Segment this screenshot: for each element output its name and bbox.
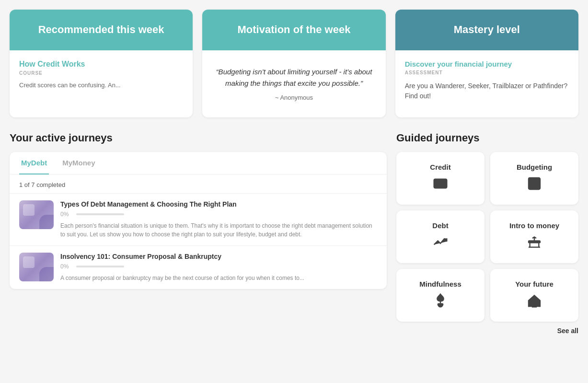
mastery-description: Are you a Wanderer, Seeker, Trailblazer … — [405, 81, 569, 101]
motivation-quote: “Budgeting isn’t about limiting yourself… — [212, 66, 376, 89]
guided-label-credit: Credit — [430, 163, 450, 171]
guided-journeys-grid: Credit Budgeting — [396, 152, 578, 322]
guided-label-mindfulness: Mindfulness — [419, 280, 461, 288]
guided-label-intro-money: Intro to money — [509, 221, 559, 230]
guided-label-your-future: Your future — [515, 280, 553, 288]
progress-row: 0% — [60, 263, 377, 270]
progress-row: 0% — [60, 211, 377, 218]
progress-percent: 0% — [60, 263, 72, 270]
active-journeys-card: MyDebt MyMoney 1 of 7 completed Types Of… — [10, 152, 387, 289]
svg-point-4 — [532, 182, 536, 186]
journey-content: Insolvency 101: Consumer Proposal & Bank… — [60, 253, 377, 282]
journey-item[interactable]: Types Of Debt Management & Choosing The … — [10, 193, 387, 245]
journey-thumbnail — [19, 200, 54, 229]
guided-card-mindfulness[interactable]: Mindfulness — [396, 269, 484, 322]
mastery-badge: ASSESSMENT — [405, 70, 569, 75]
journey-content: Types Of Debt Management & Choosing The … — [60, 200, 377, 239]
see-all-row: See all — [396, 326, 578, 335]
guided-journeys-title: Guided journeys — [396, 132, 578, 144]
guided-card-debt[interactable]: Debt — [396, 210, 484, 263]
journey-description: Each person's financial situation is uni… — [60, 221, 377, 239]
course-description: Credit scores can be confusing. An... — [19, 81, 183, 90]
active-journeys-title: Your active journeys — [10, 132, 387, 144]
your-future-icon — [527, 293, 542, 311]
motivation-author: ~ Anonymous — [275, 94, 313, 101]
svg-rect-14 — [532, 302, 536, 307]
guided-journeys-panel: Guided journeys Credit Budgeting — [396, 132, 578, 335]
budgeting-icon — [527, 176, 542, 194]
guided-label-debt: Debt — [432, 221, 448, 230]
debt-icon — [433, 234, 448, 252]
motivation-card: Motivation of the week “Budgeting isn’t … — [202, 10, 385, 117]
progress-bar-bg — [76, 266, 124, 267]
tab-mydebt[interactable]: MyDebt — [19, 152, 49, 174]
guided-label-budgeting: Budgeting — [517, 163, 552, 171]
svg-rect-10 — [529, 241, 540, 243]
recommended-header: Recommended this week — [10, 10, 193, 50]
guided-card-intro-money[interactable]: Intro to money — [490, 210, 578, 263]
credit-icon — [433, 176, 448, 194]
journey-item[interactable]: Insolvency 101: Consumer Proposal & Bank… — [10, 245, 387, 289]
journey-name: Insolvency 101: Consumer Proposal & Bank… — [60, 253, 377, 260]
intro-money-icon — [527, 234, 542, 252]
tab-mymoney[interactable]: MyMoney — [60, 152, 97, 174]
mastery-journey-link[interactable]: Discover your financial journey — [405, 60, 569, 68]
completed-label: 1 of 7 completed — [10, 174, 387, 193]
guided-card-credit[interactable]: Credit — [396, 152, 484, 205]
journey-description: A consumer proposal or bankruptcy may be… — [60, 274, 377, 282]
mastery-card: Mastery level Discover your financial jo… — [395, 10, 578, 117]
progress-percent: 0% — [60, 211, 72, 218]
recommended-card: Recommended this week How Credit Works C… — [10, 10, 193, 117]
progress-bar-bg — [76, 213, 124, 215]
mindfulness-icon — [433, 293, 448, 311]
guided-card-budgeting[interactable]: Budgeting — [490, 152, 578, 205]
journey-tabs: MyDebt MyMoney — [10, 152, 387, 174]
course-type-badge: COURSE — [19, 70, 183, 76]
journey-thumbnail — [19, 253, 54, 281]
svg-rect-0 — [434, 179, 447, 188]
motivation-header: Motivation of the week — [202, 10, 385, 50]
mastery-header: Mastery level — [395, 10, 578, 50]
journey-name: Types Of Debt Management & Choosing The … — [60, 200, 377, 208]
guided-card-your-future[interactable]: Your future — [490, 269, 578, 322]
see-all-link[interactable]: See all — [557, 327, 578, 335]
course-title-link[interactable]: How Credit Works — [19, 60, 183, 69]
